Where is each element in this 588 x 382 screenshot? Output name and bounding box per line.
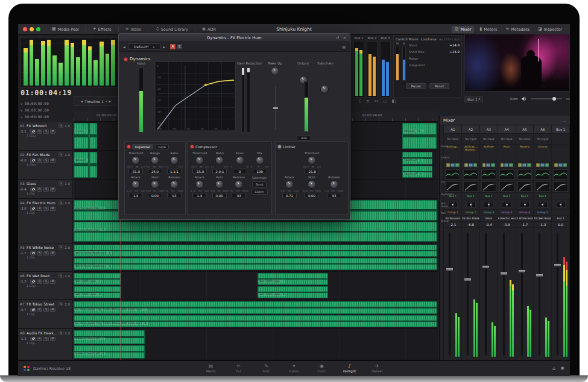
toolbar-button-metadata[interactable]: ≡Metadata <box>502 26 533 33</box>
timeline-tool-icon[interactable]: ▯ <box>359 99 361 104</box>
in-chip[interactable]: IN <box>501 163 504 167</box>
knob-value[interactable]: -31.0 <box>128 169 143 174</box>
fader-handle[interactable] <box>446 268 454 271</box>
knob-value[interactable]: 0.00 <box>212 193 227 198</box>
track-solo-button[interactable]: S <box>43 308 49 312</box>
eq-chip[interactable]: EQ <box>558 163 563 167</box>
strip-effects[interactable]: AUGrap...Multiba... <box>462 145 479 161</box>
preset-prev-icon[interactable]: ◀ <box>123 45 125 49</box>
audio-clip[interactable]: Wet Traffic.wav - L <box>74 273 121 285</box>
dy-chip[interactable]: DY <box>473 163 478 167</box>
home-icon[interactable]: ⌂ <box>552 366 555 371</box>
strip-effects[interactable]: Reverb <box>516 145 534 161</box>
dy-chip[interactable]: DY <box>491 163 495 167</box>
strip-dynamics[interactable] <box>552 181 569 193</box>
strip-pan[interactable] <box>516 200 534 210</box>
monitor-bus-select[interactable]: Bus 1 ▾ <box>464 96 483 102</box>
volume-thumb[interactable] <box>552 97 556 101</box>
power-led[interactable] <box>127 145 130 148</box>
strip-group[interactable]: Group 4 <box>516 210 534 216</box>
track-lock-button[interactable] <box>30 158 36 163</box>
strip-dynamics[interactable] <box>462 181 479 193</box>
toolbar-button-index[interactable]: ≡Index <box>122 26 145 33</box>
fader-handle[interactable] <box>482 265 490 269</box>
dynamics-curve-graph[interactable]: 0-10-20-30-40-50-50-40-30-20-100 <box>154 61 236 131</box>
strip-pan[interactable] <box>534 200 551 210</box>
strip-bus-output[interactable]: Bus 1 <box>498 193 516 200</box>
power-led[interactable] <box>278 145 281 148</box>
audio-clip[interactable]: Whoosh_Tra... <box>402 123 437 149</box>
track-header-a3[interactable]: A3Glassfx1.0-0.4RSM1 Clip <box>18 180 72 199</box>
knob-ratio[interactable] <box>215 156 224 164</box>
strip-input[interactable]: No Input <box>534 134 551 145</box>
reset-button[interactable]: Reset <box>429 83 449 89</box>
dynamics-power-led[interactable] <box>124 58 127 61</box>
strip-input[interactable]: No Input <box>462 134 479 145</box>
fader-handle[interactable] <box>464 278 472 281</box>
strip-eq[interactable] <box>516 169 534 181</box>
strip-pan[interactable] <box>552 200 569 210</box>
strip-input[interactable] <box>552 134 569 145</box>
preset-b-chip[interactable]: B <box>177 44 182 49</box>
strip-group[interactable]: Group 3 <box>480 210 498 216</box>
eq-chip[interactable]: EQ <box>486 163 490 167</box>
preset-next-icon[interactable]: ▶ <box>163 45 165 49</box>
track-solo-button[interactable]: S <box>43 337 49 341</box>
track-header-a5[interactable]: A5FX White Noisefx2.0-1.7RSM1 Clip <box>18 243 72 272</box>
expander-button[interactable]: Expander <box>132 144 153 149</box>
fader-track[interactable] <box>521 233 523 355</box>
knob-knee[interactable] <box>236 156 244 164</box>
page-tab-cut[interactable]: ✂Cut <box>225 364 253 373</box>
strip-eq[interactable] <box>498 169 516 181</box>
strip-group[interactable] <box>552 210 569 216</box>
timeline-tool-icon[interactable]: ▭ <box>383 99 387 104</box>
pause-button[interactable]: Pause <box>406 83 426 89</box>
dy-chip[interactable]: DY <box>509 163 513 167</box>
strip-input[interactable]: No Input <box>516 134 534 145</box>
speaker-icon[interactable] <box>521 96 527 101</box>
knob-threshold[interactable] <box>308 156 316 164</box>
track-solo-button[interactable]: S <box>43 158 49 163</box>
in-chip[interactable]: IN <box>536 163 540 167</box>
strip-bus-output[interactable]: Bus 1 <box>462 193 479 200</box>
knob-hold[interactable] <box>308 180 316 189</box>
audio-clip[interactable]: Hawk Screech.aiff - L <box>74 330 145 344</box>
knob-value[interactable]: 0.00 <box>305 193 319 198</box>
settings-icon[interactable]: ✱ <box>560 366 564 371</box>
strip-eq[interactable] <box>534 169 551 181</box>
audio-clip[interactable]: FL Tokyo Japan City Traffic Atmos With S… <box>74 301 437 314</box>
monitor-volume-slider[interactable] <box>531 98 562 99</box>
strip-eq[interactable] <box>552 169 569 181</box>
fader-track[interactable] <box>539 233 540 355</box>
track-header-a4[interactable]: A4FX Electric Humfx2.0-3.8RSM1 Clip <box>18 199 72 243</box>
page-tab-fairlight[interactable]: ♪Fairlight <box>336 364 364 373</box>
dy-chip[interactable]: DY <box>455 163 460 167</box>
strip-effects[interactable]: Pitch <box>498 145 516 161</box>
track-solo-button[interactable]: S <box>43 187 49 192</box>
knob-value[interactable]: 93 <box>232 193 246 198</box>
reset-icon[interactable]: ↺ <box>336 36 339 40</box>
knob-range[interactable] <box>151 156 159 164</box>
strip-tab[interactable]: A3 <box>480 125 498 134</box>
strip-tab[interactable]: A5 <box>516 125 534 134</box>
knob-threshold[interactable] <box>195 156 204 164</box>
strip-dynamics[interactable] <box>480 181 498 193</box>
strip-group[interactable]: Group 5 <box>534 210 551 216</box>
track-mute-button[interactable]: M <box>50 158 55 163</box>
track-solo-button[interactable]: S <box>43 251 49 255</box>
knob-value[interactable]: 1.4 <box>128 193 143 198</box>
fader-track[interactable] <box>449 233 450 355</box>
audio-clip[interactable] <box>89 152 97 178</box>
track-mute-button[interactable]: M <box>50 251 55 255</box>
strip-eq[interactable] <box>462 169 479 181</box>
strip-pan[interactable] <box>498 200 516 210</box>
display-icon[interactable]: ▭ <box>566 96 570 101</box>
gate-button[interactable]: Gate <box>155 144 169 149</box>
audio-clip[interactable]: Whoosh_Tra... <box>74 152 89 178</box>
preset-save-icon[interactable]: ▤ <box>342 45 346 49</box>
strip-bus-output[interactable] <box>552 193 569 200</box>
toolbar-button-inspector[interactable]: ◪Inspector <box>535 26 565 33</box>
in-chip[interactable]: IN <box>464 163 468 167</box>
audio-clip[interactable]: Hawk Screech.aiff - R <box>74 345 145 359</box>
strip-pan[interactable] <box>480 200 498 210</box>
